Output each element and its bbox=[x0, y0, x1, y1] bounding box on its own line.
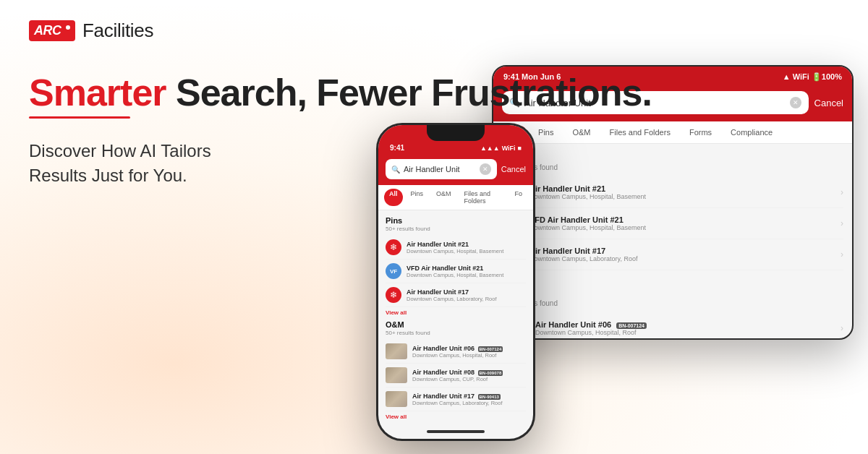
result-location: Downtown Campus, Laboratory, Roof bbox=[407, 296, 497, 302]
phone-filter-tabs: All Pins O&M Files and Folders Fo bbox=[378, 185, 533, 210]
result-name: Air Handler Unit #21 bbox=[407, 241, 503, 248]
result-name: VFD Air Handler Unit #21 bbox=[407, 265, 503, 272]
result-text: Air Handler Unit #17 BN-90413 Downtown C… bbox=[412, 393, 503, 406]
phone-tab-files[interactable]: Files and Folders bbox=[459, 189, 507, 206]
list-item[interactable]: ❄ Air Handler Unit #21 Downtown Campus, … bbox=[386, 236, 526, 260]
phone-om-count: 50+ results found bbox=[386, 330, 526, 336]
result-name: VFD Air Handler Unit #21 bbox=[529, 215, 833, 224]
phone-pins-title: Pins bbox=[386, 216, 526, 225]
result-location: Downtown Campus, Hospital, Basement bbox=[407, 248, 503, 254]
tablet-status-right: ▲ WiFi 🔋100% bbox=[783, 72, 842, 82]
phone-om-view-all[interactable]: View all bbox=[386, 414, 526, 420]
phone-tab-fo[interactable]: Fo bbox=[509, 189, 527, 206]
search-clear-button[interactable]: ✕ bbox=[790, 97, 801, 108]
phone-home-indicator bbox=[427, 430, 485, 433]
phone-om-title: O&M bbox=[386, 320, 526, 329]
header: ARC Facilities bbox=[29, 20, 153, 42]
tablet-om-count: 50+ results found bbox=[502, 299, 843, 307]
result-location: Downtown Campus, Hospital, Basement bbox=[407, 272, 503, 278]
result-location: Downtown Campus, Hospital, Roof bbox=[412, 352, 503, 359]
table-row[interactable]: ❄ Air Handler Unit #17 Downtown Campus, … bbox=[502, 239, 843, 270]
om-thumb-phone-2 bbox=[386, 367, 407, 383]
result-name: Air Handler Unit #17 BN-90413 bbox=[412, 393, 503, 400]
subheadline: Discover How AI Tailors Results Just for… bbox=[29, 139, 652, 187]
headline-accent: Smarter bbox=[29, 72, 166, 113]
result-location: Downtown Campus, Laboratory, Roof bbox=[529, 255, 833, 262]
table-row[interactable]: Air Handler Unit #06 BN-007124 Downtown … bbox=[502, 313, 843, 338]
chevron-right-icon: › bbox=[841, 249, 843, 260]
result-name: Air Handler Unit #17 bbox=[529, 247, 833, 255]
result-location: Downtown Campus, Hospital, Basement bbox=[529, 224, 833, 231]
tablet-om-section: O&M 50+ results found Air Handler Unit #… bbox=[502, 287, 843, 338]
result-name: Air Handler Unit #17 bbox=[407, 288, 497, 296]
chevron-right-icon: › bbox=[841, 323, 843, 333]
result-text: VFD Air Handler Unit #21 Downtown Campus… bbox=[529, 215, 833, 231]
result-location: Downtown Campus, Hospital, Basement bbox=[529, 193, 833, 200]
result-name: Air Handler Unit #08 BN-009078 bbox=[412, 369, 503, 376]
result-text: Air Handler Unit #08 BN-009078 Downtown … bbox=[412, 369, 503, 382]
subheadline-line1: Discover How AI Tailors bbox=[29, 141, 211, 160]
logo-text: ARC bbox=[34, 23, 61, 38]
tab-forms[interactable]: Forms bbox=[682, 126, 719, 139]
tablet-om-title: O&M bbox=[502, 287, 843, 298]
result-text: Air Handler Unit #17 Downtown Campus, La… bbox=[407, 288, 497, 302]
pin-vf-icon: VF bbox=[386, 263, 401, 279]
phone-pins-count: 50+ results found bbox=[386, 226, 526, 232]
chevron-right-icon: › bbox=[841, 218, 843, 228]
result-location: Downtown Campus, Laboratory, Roof bbox=[412, 400, 503, 406]
list-item[interactable]: ❄ Air Handler Unit #17 Downtown Campus, … bbox=[386, 283, 526, 307]
chevron-right-icon: › bbox=[841, 187, 843, 197]
result-text: Air Handler Unit #17 Downtown Campus, La… bbox=[529, 247, 833, 262]
tablet-cancel-button[interactable]: Cancel bbox=[814, 98, 843, 108]
phone-content: Pins 50+ results found ❄ Air Handler Uni… bbox=[378, 210, 533, 430]
phone-pins-view-all[interactable]: View all bbox=[386, 309, 526, 316]
om-thumb-phone-3 bbox=[386, 391, 407, 407]
hero-section: Smarter Search, Fewer Frustrations. Disc… bbox=[29, 72, 652, 187]
phone-tab-om[interactable]: O&M bbox=[431, 189, 456, 206]
result-text: Air Handler Unit #21 Downtown Campus, Ho… bbox=[407, 241, 503, 254]
phone-tab-all[interactable]: All bbox=[384, 189, 403, 206]
result-text: VFD Air Handler Unit #21 Downtown Campus… bbox=[407, 265, 503, 278]
phone-om-section: O&M 50+ results found Air Handler Unit #… bbox=[386, 320, 526, 420]
subheadline-line2: Results Just for You. bbox=[29, 166, 187, 185]
headline-rest: Search, Fewer Frustrations. bbox=[166, 72, 652, 113]
table-row[interactable]: VF VFD Air Handler Unit #21 Downtown Cam… bbox=[502, 208, 843, 239]
phone-tab-pins[interactable]: Pins bbox=[406, 189, 429, 206]
result-text: Air Handler Unit #06 BN-007124 Downtown … bbox=[535, 320, 833, 336]
result-location: Downtown Campus, CUP, Roof bbox=[412, 376, 503, 382]
list-item[interactable]: VF VFD Air Handler Unit #21 Downtown Cam… bbox=[386, 260, 526, 283]
pin-snowflake-icon-1: ❄ bbox=[386, 239, 401, 255]
result-name: Air Handler Unit #06 BN-007124 bbox=[535, 320, 833, 329]
list-item[interactable]: Air Handler Unit #06 BN-007124 Downtown … bbox=[386, 340, 526, 364]
headline: Smarter Search, Fewer Frustrations. bbox=[29, 72, 652, 113]
om-thumb-phone-1 bbox=[386, 343, 407, 359]
list-item[interactable]: Air Handler Unit #08 BN-009078 Downtown … bbox=[386, 364, 526, 387]
result-location: Downtown Campus, Hospital, Roof bbox=[535, 329, 833, 336]
pin-snowflake-icon-2: ❄ bbox=[386, 287, 401, 303]
tab-compliance[interactable]: Compliance bbox=[723, 126, 780, 139]
result-name: Air Handler Unit #06 BN-007124 bbox=[412, 345, 503, 352]
headline-underline bbox=[29, 116, 130, 119]
brand-name: Facilities bbox=[82, 20, 153, 42]
list-item[interactable]: Air Handler Unit #17 BN-90413 Downtown C… bbox=[386, 387, 526, 411]
arc-logo: ARC bbox=[29, 20, 75, 41]
tablet-pins-view-all[interactable]: View all bbox=[502, 273, 843, 281]
result-text: Air Handler Unit #06 BN-007124 Downtown … bbox=[412, 345, 503, 359]
